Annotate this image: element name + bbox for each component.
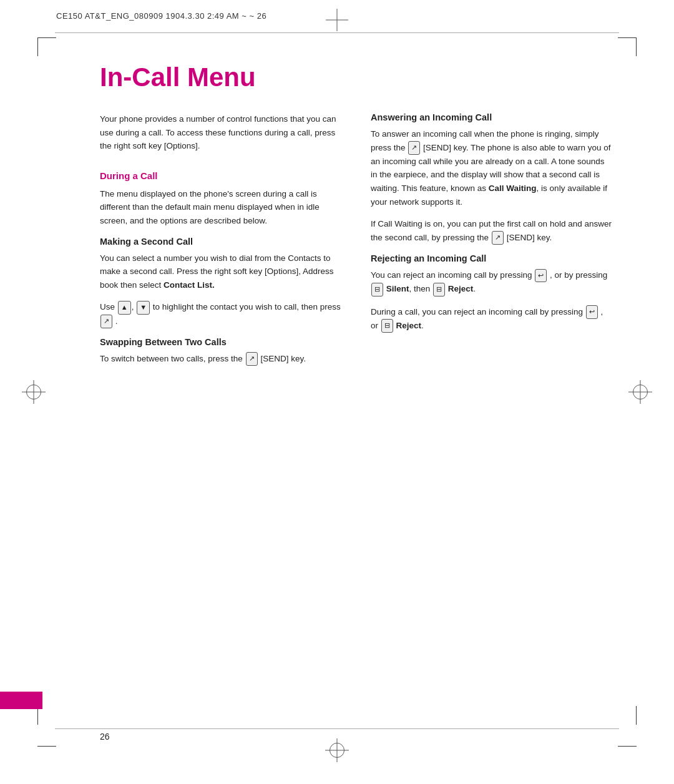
answering-incoming-text: To answer an incoming call when the phon…: [371, 127, 612, 208]
send-icon-answer: ↗: [408, 141, 420, 155]
contact-list-bold: Contact List.: [164, 280, 215, 290]
send-icon: ↗: [100, 315, 112, 328]
page: CE150 AT&T_ENG_080909 1904.3.30 2:49 AM …: [0, 0, 674, 784]
rejecting-incoming-heading: Rejecting an Incoming Call: [371, 253, 612, 263]
two-column-layout: Your phone provides a number of control …: [100, 112, 612, 375]
mute-icon: ↩: [535, 269, 547, 283]
registration-circle-bottom: [330, 743, 344, 758]
making-second-call-heading: Making a Second Call: [100, 237, 341, 247]
or-by-pressing: , or by pressing: [550, 270, 607, 280]
during-a-call-section: During a Call The menu displayed on the …: [100, 170, 341, 228]
making-second-call-text1: You can select a number you wish to dial…: [100, 253, 333, 290]
header-separator: [55, 32, 619, 33]
period-text: .: [115, 316, 118, 326]
reject-during-text1: During a call, you can reject an incomin…: [371, 307, 585, 316]
header-text: CE150 AT&T_ENG_080909 1904.3.30 2:49 AM …: [56, 11, 266, 21]
end-icon: ⊟: [371, 283, 383, 296]
crop-mark-tl-v: [37, 37, 38, 56]
end-icon2: ⊟: [433, 283, 445, 296]
reject-text1: You can reject an incoming call by press…: [371, 270, 534, 280]
page-title: In-Call Menu: [100, 62, 612, 92]
swapping-calls-heading: Swapping Between Two Calls: [100, 337, 341, 347]
during-a-call-heading: During a Call: [100, 170, 341, 181]
crop-mark-br-v: [636, 706, 637, 725]
main-content: In-Call Menu Your phone provides a numbe…: [100, 62, 612, 722]
column-right: Answering an Incoming Call To answer an …: [371, 112, 612, 375]
crop-mark-tl-h: [37, 37, 56, 38]
send-icon-swap: ↗: [246, 352, 258, 366]
answering-incoming-section: Answering an Incoming Call To answer an …: [371, 112, 612, 245]
swapping-calls-text: To switch between two calls, press the ↗…: [100, 352, 341, 366]
send-icon-answer2: ↗: [492, 231, 504, 245]
bottom-separator: [55, 728, 619, 729]
making-second-call-text: You can select a number you wish to dial…: [100, 252, 341, 292]
end-icon3: ⊟: [381, 319, 393, 333]
crop-mark-bl-h: [37, 746, 56, 747]
page-number: 26: [100, 732, 110, 742]
making-second-call-section: Making a Second Call You can select a nu…: [100, 237, 341, 328]
rejecting-incoming-text2: During a call, you can reject an incomin…: [371, 305, 612, 333]
nav-down-icon: ▼: [137, 301, 150, 315]
swapping-text1: To switch between two calls, press the: [100, 354, 245, 363]
intro-paragraph: Your phone provides a number of control …: [100, 112, 341, 153]
reject-silent: Silent, then: [386, 284, 432, 293]
highlight-text: to highlight the contact you wish to cal…: [153, 302, 341, 311]
swapping-text2: [SEND] key.: [260, 354, 306, 363]
mute-icon2: ↩: [586, 305, 598, 319]
answer-text4: [SEND] key.: [507, 233, 552, 242]
answering-incoming-heading: Answering an Incoming Call: [371, 112, 612, 122]
crop-mark-tr-h: [618, 37, 637, 38]
making-second-call-text2: Use ▲, ▼ to highlight the contact you wi…: [100, 300, 341, 328]
reject-bold2: Reject.: [396, 321, 424, 330]
crop-mark-tr-v: [636, 37, 637, 56]
pink-bookmark-bar: [0, 692, 42, 709]
rejecting-incoming-text1: You can reject an incoming call by press…: [371, 268, 612, 296]
use-label: Use: [100, 302, 117, 311]
nav-up-icon: ▲: [118, 301, 131, 315]
registration-cross-top: [331, 14, 343, 26]
reject-bold: Reject.: [448, 284, 476, 293]
comma-sep: ,: [132, 302, 134, 311]
swapping-calls-section: Swapping Between Two Calls To switch bet…: [100, 337, 341, 366]
column-left: Your phone provides a number of control …: [100, 112, 341, 375]
answering-incoming-text2: If Call Waiting is on, you can put the f…: [371, 217, 612, 245]
crop-mark-br-h: [618, 746, 637, 747]
during-a-call-text: The menu displayed on the phone's screen…: [100, 187, 341, 228]
registration-circle-right: [633, 385, 648, 399]
registration-circle-left: [26, 385, 41, 399]
answer-text3: If Call Waiting is on, you can put the f…: [371, 219, 612, 242]
rejecting-incoming-section: Rejecting an Incoming Call You can rejec…: [371, 253, 612, 333]
